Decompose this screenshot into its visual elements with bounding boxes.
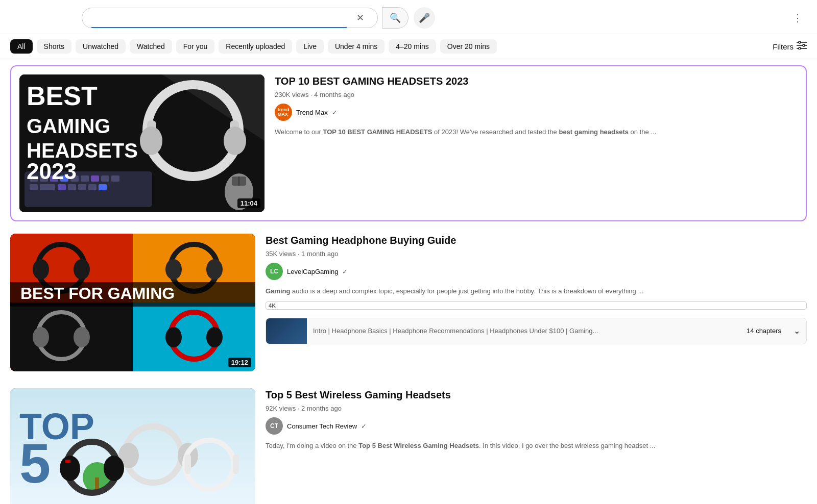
svg-point-60 [165,327,182,347]
duration-badge-1: 11:04 [237,198,260,208]
svg-rect-26 [58,184,66,190]
svg-rect-22 [101,175,109,182]
pill-for-you[interactable]: For you [176,39,214,54]
svg-point-55 [33,327,49,347]
svg-rect-29 [88,184,97,190]
video-title-1[interactable]: TOP 10 BEST GAMING HEADSETS 2023 [275,74,798,88]
svg-rect-27 [68,184,76,190]
svg-rect-21 [91,175,99,182]
svg-text:BEST: BEST [27,81,98,111]
video-meta-2: 35K views · 1 month ago [266,250,807,258]
results-container: BEST GAMING HEADSETS 2023 11:04 TOP 10 B… [0,59,817,504]
video-card: BEST GAMING HEADSETS 2023 11:04 TOP 10 B… [10,65,807,221]
svg-point-13 [224,127,246,155]
video-info-1: TOP 10 BEST GAMING HEADSETS 2023 230K vi… [275,74,798,212]
video-title-2[interactable]: Best Gaming Headphone Buying Guide [266,234,807,247]
svg-rect-23 [111,175,119,182]
chapter-text: Intro | Headphone Basics | Headphone Rec… [307,323,740,339]
verified-icon-3: ✓ [361,422,367,430]
filters-label: Filters [773,42,794,51]
svg-rect-74 [185,455,191,474]
microphone-icon: 🎤 [419,12,430,23]
svg-rect-30 [99,184,107,190]
duration-badge-2: 19:12 [228,358,251,367]
svg-point-45 [33,259,49,280]
video-desc-1: Welcome to our TOP 10 BEST GAMING HEADSE… [275,127,798,137]
svg-point-56 [74,327,90,347]
svg-point-5 [799,47,801,49]
video-meta-3: 92K views · 2 months ago [266,405,807,412]
channel-name-2[interactable]: LevelCapGaming [287,268,338,275]
pill-4-20[interactable]: 4–20 mins [389,39,436,54]
channel-row-1: trendMAX Trend Max ✓ [275,104,798,121]
channel-row-3: CT Consumer Tech Review ✓ [266,417,807,435]
video-title-3[interactable]: Top 5 Best Wireless Gaming Headsets [266,388,807,401]
video-desc-3: Today, I'm doing a video on the Top 5 Be… [266,441,807,451]
svg-text:5: 5 [19,432,51,494]
svg-point-3 [799,41,801,43]
video-info-3: Top 5 Best Wireless Gaming Headsets 92K … [266,388,807,504]
thumbnail-2[interactable]: BEST FOR GAMING 19:12 [10,234,255,371]
thumbnail-1[interactable]: BEST GAMING HEADSETS 2023 11:04 [19,74,265,212]
video-card-3: TOP 5 Top 5 Best Wireless Gaming Headset… [10,380,807,504]
expand-chapters-button[interactable]: ⌄ [787,322,806,340]
svg-rect-81 [65,460,70,463]
search-box: best headphones for gaming ✕ [82,8,378,28]
svg-point-12 [140,127,162,155]
filters-button[interactable]: Filters [773,41,807,52]
video-card-2: BEST FOR GAMING 19:12 Best Gaming Headph… [10,225,807,380]
thumbnail-3[interactable]: TOP 5 [10,388,255,504]
svg-point-4 [803,44,805,46]
verified-icon-1: ✓ [332,109,338,116]
svg-text:GAMING: GAMING [27,115,110,137]
verified-icon-2: ✓ [342,268,348,275]
filter-row: All Shorts Unwatched Watched For you Rec… [0,34,817,59]
pill-shorts[interactable]: Shorts [37,39,71,54]
video-meta-1: 230K views · 4 months ago [275,91,798,98]
svg-rect-25 [40,184,55,190]
more-options-button[interactable]: ⋮ [788,8,807,28]
pill-all[interactable]: All [10,39,33,54]
pill-over-20[interactable]: Over 20 mins [440,39,497,54]
pill-unwatched[interactable]: Unwatched [76,39,126,54]
svg-text:2023: 2023 [27,159,77,184]
svg-text:BEST FOR GAMING: BEST FOR GAMING [20,284,175,303]
search-icon: 🔍 [390,12,401,23]
svg-point-51 [206,259,223,280]
channel-row-2: LC LevelCapGaming ✓ [266,263,807,280]
video-desc-2: Gaming audio is a deep and complex topic… [266,286,807,296]
video-info-2: Best Gaming Headphone Buying Guide 35K v… [266,234,807,371]
svg-point-46 [74,259,90,280]
search-button[interactable]: 🔍 [382,7,408,29]
svg-rect-75 [233,455,239,474]
channel-avatar-1: trendMAX [275,104,292,121]
svg-point-50 [165,259,182,280]
pill-under-4[interactable]: Under 4 mins [328,39,385,54]
badge-4k: 4K [266,301,807,310]
channel-avatar-2: LC [266,263,283,280]
clear-search-button[interactable]: ✕ [352,12,368,23]
channel-name-1[interactable]: Trend Max [296,109,328,116]
channel-name-3[interactable]: Consumer Tech Review [287,422,357,430]
voice-search-button[interactable]: 🎤 [414,7,435,29]
chapter-count: 14 chapters [740,323,787,339]
chapter-thumb [266,318,307,344]
pill-watched[interactable]: Watched [130,39,172,54]
pill-live[interactable]: Live [296,39,324,54]
svg-rect-20 [81,175,89,182]
filters-icon [797,41,807,52]
svg-point-61 [206,327,223,347]
chapters-row: Intro | Headphone Basics | Headphone Rec… [266,318,807,344]
svg-point-80 [104,456,124,481]
svg-point-79 [60,456,80,481]
svg-rect-24 [30,184,38,190]
pill-recently-uploaded[interactable]: Recently uploaded [219,39,292,54]
channel-avatar-3: CT [266,417,283,435]
search-input[interactable]: best headphones for gaming [91,13,352,22]
svg-rect-28 [78,184,86,190]
search-bar-row: best headphones for gaming ✕ 🔍 🎤 ⋮ [0,0,817,34]
